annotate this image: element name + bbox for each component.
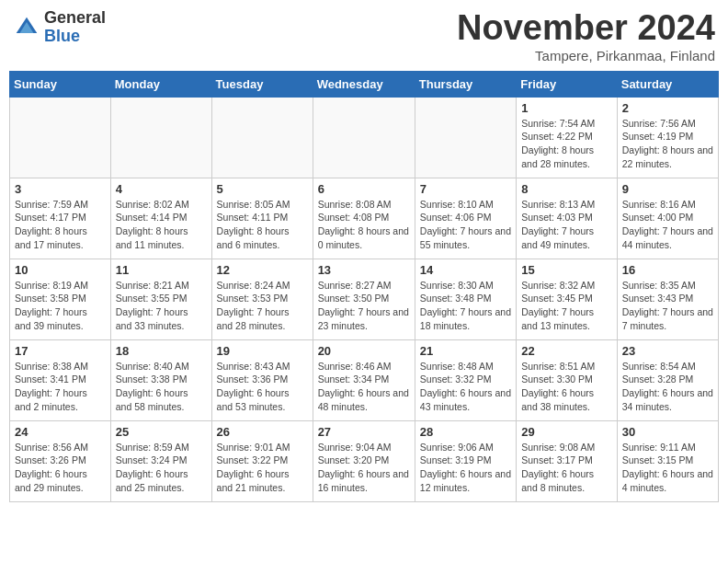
calendar-cell: [313, 97, 415, 178]
day-number: 22: [521, 344, 612, 358]
day-number: 20: [318, 344, 410, 358]
calendar-cell: 16Sunrise: 8:35 AM Sunset: 3:43 PM Dayli…: [617, 259, 718, 339]
logo-general-text: General: [44, 9, 106, 28]
month-title: November 2024: [457, 9, 715, 48]
day-number: 8: [521, 182, 612, 196]
day-number: 26: [217, 425, 308, 439]
day-info: Sunrise: 8:13 AM Sunset: 4:03 PM Dayligh…: [521, 198, 612, 252]
day-number: 24: [15, 425, 106, 439]
day-number: 19: [217, 344, 308, 358]
day-info: Sunrise: 8:16 AM Sunset: 4:00 PM Dayligh…: [622, 198, 713, 252]
day-info: Sunrise: 7:59 AM Sunset: 4:17 PM Dayligh…: [15, 198, 106, 252]
day-number: 13: [318, 263, 410, 277]
header: General Blue November 2024 Tampere, Pirk…: [9, 9, 719, 63]
logo-blue-text: Blue: [44, 28, 106, 46]
calendar-cell: [415, 97, 516, 178]
logo-icon: [13, 14, 40, 41]
day-info: Sunrise: 8:21 AM Sunset: 3:55 PM Dayligh…: [116, 279, 207, 333]
day-info: Sunrise: 8:48 AM Sunset: 3:32 PM Dayligh…: [420, 360, 511, 414]
day-info: Sunrise: 9:06 AM Sunset: 3:19 PM Dayligh…: [420, 441, 511, 495]
calendar-cell: 15Sunrise: 8:32 AM Sunset: 3:45 PM Dayli…: [517, 259, 618, 339]
logo: General Blue: [13, 9, 106, 46]
location-subtitle: Tampere, Pirkanmaa, Finland: [457, 48, 715, 63]
calendar-cell: 24Sunrise: 8:56 AM Sunset: 3:26 PM Dayli…: [10, 420, 111, 501]
week-row-4: 24Sunrise: 8:56 AM Sunset: 3:26 PM Dayli…: [10, 420, 719, 501]
day-info: Sunrise: 8:35 AM Sunset: 3:43 PM Dayligh…: [622, 279, 713, 333]
day-info: Sunrise: 8:56 AM Sunset: 3:26 PM Dayligh…: [15, 441, 106, 495]
col-saturday: Saturday: [617, 71, 718, 97]
day-info: Sunrise: 8:38 AM Sunset: 3:41 PM Dayligh…: [15, 360, 106, 414]
day-number: 7: [420, 182, 511, 196]
day-info: Sunrise: 7:56 AM Sunset: 4:19 PM Dayligh…: [622, 117, 713, 171]
day-number: 27: [318, 425, 410, 439]
day-number: 10: [15, 263, 106, 277]
col-tuesday: Tuesday: [211, 71, 313, 97]
calendar-cell: [110, 97, 211, 178]
week-row-2: 10Sunrise: 8:19 AM Sunset: 3:58 PM Dayli…: [10, 259, 719, 339]
calendar-table: Sunday Monday Tuesday Wednesday Thursday…: [9, 71, 719, 502]
day-number: 23: [622, 344, 713, 358]
day-number: 21: [420, 344, 511, 358]
col-friday: Friday: [517, 71, 618, 97]
calendar-cell: 21Sunrise: 8:48 AM Sunset: 3:32 PM Dayli…: [415, 339, 516, 420]
calendar-cell: 27Sunrise: 9:04 AM Sunset: 3:20 PM Dayli…: [313, 420, 415, 501]
calendar-cell: 14Sunrise: 8:30 AM Sunset: 3:48 PM Dayli…: [415, 259, 516, 339]
calendar-cell: 18Sunrise: 8:40 AM Sunset: 3:38 PM Dayli…: [110, 339, 211, 420]
day-info: Sunrise: 8:32 AM Sunset: 3:45 PM Dayligh…: [521, 279, 612, 333]
day-number: 2: [622, 101, 713, 115]
calendar-cell: 9Sunrise: 8:16 AM Sunset: 4:00 PM Daylig…: [617, 178, 718, 259]
day-number: 15: [521, 263, 612, 277]
day-info: Sunrise: 8:02 AM Sunset: 4:14 PM Dayligh…: [116, 198, 207, 252]
day-number: 25: [116, 425, 207, 439]
col-wednesday: Wednesday: [313, 71, 415, 97]
day-info: Sunrise: 8:05 AM Sunset: 4:11 PM Dayligh…: [217, 198, 308, 252]
calendar-cell: 7Sunrise: 8:10 AM Sunset: 4:06 PM Daylig…: [415, 178, 516, 259]
calendar-cell: 12Sunrise: 8:24 AM Sunset: 3:53 PM Dayli…: [211, 259, 313, 339]
day-number: 29: [521, 425, 612, 439]
day-number: 12: [217, 263, 308, 277]
day-info: Sunrise: 8:43 AM Sunset: 3:36 PM Dayligh…: [217, 360, 308, 414]
day-number: 30: [622, 425, 713, 439]
col-thursday: Thursday: [415, 71, 516, 97]
calendar-cell: 3Sunrise: 7:59 AM Sunset: 4:17 PM Daylig…: [10, 178, 111, 259]
col-monday: Monday: [110, 71, 211, 97]
calendar-cell: 5Sunrise: 8:05 AM Sunset: 4:11 PM Daylig…: [211, 178, 313, 259]
calendar-cell: 11Sunrise: 8:21 AM Sunset: 3:55 PM Dayli…: [110, 259, 211, 339]
calendar-cell: 13Sunrise: 8:27 AM Sunset: 3:50 PM Dayli…: [313, 259, 415, 339]
day-info: Sunrise: 8:51 AM Sunset: 3:30 PM Dayligh…: [521, 360, 612, 414]
day-info: Sunrise: 8:24 AM Sunset: 3:53 PM Dayligh…: [217, 279, 308, 333]
day-number: 18: [116, 344, 207, 358]
day-info: Sunrise: 8:10 AM Sunset: 4:06 PM Dayligh…: [420, 198, 511, 252]
calendar-cell: 10Sunrise: 8:19 AM Sunset: 3:58 PM Dayli…: [10, 259, 111, 339]
title-area: November 2024 Tampere, Pirkanmaa, Finlan…: [457, 9, 715, 63]
calendar-cell: 26Sunrise: 9:01 AM Sunset: 3:22 PM Dayli…: [211, 420, 313, 501]
day-info: Sunrise: 8:30 AM Sunset: 3:48 PM Dayligh…: [420, 279, 511, 333]
calendar-cell: 22Sunrise: 8:51 AM Sunset: 3:30 PM Dayli…: [517, 339, 618, 420]
day-number: 4: [116, 182, 207, 196]
col-sunday: Sunday: [10, 71, 111, 97]
logo-text: General Blue: [44, 9, 106, 46]
day-number: 6: [318, 182, 410, 196]
day-info: Sunrise: 9:11 AM Sunset: 3:15 PM Dayligh…: [622, 441, 713, 495]
day-info: Sunrise: 7:54 AM Sunset: 4:22 PM Dayligh…: [521, 117, 612, 171]
calendar-cell: 8Sunrise: 8:13 AM Sunset: 4:03 PM Daylig…: [517, 178, 618, 259]
calendar-cell: 1Sunrise: 7:54 AM Sunset: 4:22 PM Daylig…: [517, 97, 618, 178]
calendar-cell: 2Sunrise: 7:56 AM Sunset: 4:19 PM Daylig…: [617, 97, 718, 178]
calendar-cell: 28Sunrise: 9:06 AM Sunset: 3:19 PM Dayli…: [415, 420, 516, 501]
header-row: Sunday Monday Tuesday Wednesday Thursday…: [10, 71, 719, 97]
week-row-1: 3Sunrise: 7:59 AM Sunset: 4:17 PM Daylig…: [10, 178, 719, 259]
calendar-cell: 19Sunrise: 8:43 AM Sunset: 3:36 PM Dayli…: [211, 339, 313, 420]
week-row-0: 1Sunrise: 7:54 AM Sunset: 4:22 PM Daylig…: [10, 97, 719, 178]
calendar-cell: 17Sunrise: 8:38 AM Sunset: 3:41 PM Dayli…: [10, 339, 111, 420]
calendar-cell: 25Sunrise: 8:59 AM Sunset: 3:24 PM Dayli…: [110, 420, 211, 501]
day-number: 1: [521, 101, 612, 115]
day-number: 11: [116, 263, 207, 277]
calendar-cell: [211, 97, 313, 178]
calendar-cell: 20Sunrise: 8:46 AM Sunset: 3:34 PM Dayli…: [313, 339, 415, 420]
calendar-cell: 23Sunrise: 8:54 AM Sunset: 3:28 PM Dayli…: [617, 339, 718, 420]
day-info: Sunrise: 8:19 AM Sunset: 3:58 PM Dayligh…: [15, 279, 106, 333]
calendar-cell: 6Sunrise: 8:08 AM Sunset: 4:08 PM Daylig…: [313, 178, 415, 259]
calendar-body: 1Sunrise: 7:54 AM Sunset: 4:22 PM Daylig…: [10, 97, 719, 501]
day-info: Sunrise: 8:46 AM Sunset: 3:34 PM Dayligh…: [318, 360, 410, 414]
day-info: Sunrise: 9:01 AM Sunset: 3:22 PM Dayligh…: [217, 441, 308, 495]
